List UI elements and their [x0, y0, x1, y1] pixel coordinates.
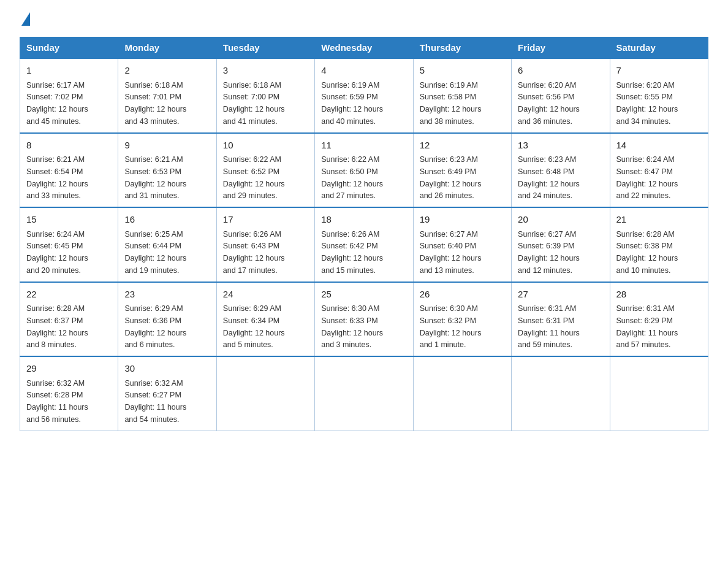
- logo: [20, 15, 30, 26]
- day-number: 16: [124, 213, 210, 227]
- calendar-cell: 19Sunrise: 6:27 AMSunset: 6:40 PMDayligh…: [413, 207, 511, 282]
- calendar-cell: 10Sunrise: 6:22 AMSunset: 6:52 PMDayligh…: [216, 133, 314, 208]
- calendar-cell: 6Sunrise: 6:20 AMSunset: 6:56 PMDaylight…: [512, 58, 610, 133]
- calendar-cell: [315, 356, 413, 431]
- day-number: 4: [321, 64, 406, 78]
- column-header-sunday: Sunday: [20, 37, 118, 59]
- week-row-1: 1Sunrise: 6:17 AMSunset: 7:02 PMDaylight…: [20, 58, 708, 133]
- calendar-cell: 18Sunrise: 6:26 AMSunset: 6:42 PMDayligh…: [315, 207, 413, 282]
- day-info: Sunrise: 6:28 AMSunset: 6:38 PMDaylight:…: [616, 230, 678, 275]
- calendar-cell: 23Sunrise: 6:29 AMSunset: 6:36 PMDayligh…: [118, 282, 216, 357]
- day-info: Sunrise: 6:20 AMSunset: 6:56 PMDaylight:…: [518, 81, 580, 126]
- day-number: 25: [321, 288, 406, 302]
- calendar-cell: [512, 356, 610, 431]
- day-number: 23: [124, 288, 210, 302]
- day-info: Sunrise: 6:18 AMSunset: 7:01 PMDaylight:…: [124, 81, 186, 126]
- day-info: Sunrise: 6:20 AMSunset: 6:55 PMDaylight:…: [616, 81, 678, 126]
- day-info: Sunrise: 6:32 AMSunset: 6:27 PMDaylight:…: [124, 379, 186, 424]
- header-row: SundayMondayTuesdayWednesdayThursdayFrid…: [20, 37, 708, 59]
- day-info: Sunrise: 6:27 AMSunset: 6:40 PMDaylight:…: [420, 230, 482, 275]
- day-number: 18: [321, 213, 406, 227]
- day-info: Sunrise: 6:29 AMSunset: 6:34 PMDaylight:…: [223, 304, 285, 349]
- calendar-cell: 1Sunrise: 6:17 AMSunset: 7:02 PMDaylight…: [20, 58, 118, 133]
- day-number: 12: [420, 139, 505, 153]
- calendar-cell: 15Sunrise: 6:24 AMSunset: 6:45 PMDayligh…: [20, 207, 118, 282]
- day-number: 24: [223, 288, 308, 302]
- column-header-saturday: Saturday: [610, 37, 708, 59]
- day-info: Sunrise: 6:23 AMSunset: 6:49 PMDaylight:…: [420, 155, 482, 200]
- day-info: Sunrise: 6:23 AMSunset: 6:48 PMDaylight:…: [518, 155, 580, 200]
- day-number: 14: [616, 139, 702, 153]
- day-number: 13: [518, 139, 603, 153]
- calendar-cell: 4Sunrise: 6:19 AMSunset: 6:59 PMDaylight…: [315, 58, 413, 133]
- day-info: Sunrise: 6:24 AMSunset: 6:47 PMDaylight:…: [616, 155, 678, 200]
- calendar-cell: 7Sunrise: 6:20 AMSunset: 6:55 PMDaylight…: [610, 58, 708, 133]
- column-header-thursday: Thursday: [413, 37, 511, 59]
- calendar-cell: 14Sunrise: 6:24 AMSunset: 6:47 PMDayligh…: [610, 133, 708, 208]
- day-info: Sunrise: 6:29 AMSunset: 6:36 PMDaylight:…: [124, 304, 186, 349]
- calendar-cell: 25Sunrise: 6:30 AMSunset: 6:33 PMDayligh…: [315, 282, 413, 357]
- day-number: 9: [124, 139, 210, 153]
- day-info: Sunrise: 6:24 AMSunset: 6:45 PMDaylight:…: [26, 230, 88, 275]
- day-info: Sunrise: 6:19 AMSunset: 6:58 PMDaylight:…: [420, 81, 482, 126]
- day-info: Sunrise: 6:21 AMSunset: 6:54 PMDaylight:…: [26, 155, 88, 200]
- day-info: Sunrise: 6:17 AMSunset: 7:02 PMDaylight:…: [26, 81, 88, 126]
- day-info: Sunrise: 6:19 AMSunset: 6:59 PMDaylight:…: [321, 81, 383, 126]
- calendar-cell: 11Sunrise: 6:22 AMSunset: 6:50 PMDayligh…: [315, 133, 413, 208]
- day-number: 27: [518, 288, 603, 302]
- day-number: 2: [124, 64, 210, 78]
- day-number: 8: [26, 139, 112, 153]
- column-header-monday: Monday: [118, 37, 216, 59]
- day-info: Sunrise: 6:31 AMSunset: 6:29 PMDaylight:…: [616, 304, 678, 349]
- calendar-cell: 21Sunrise: 6:28 AMSunset: 6:38 PMDayligh…: [610, 207, 708, 282]
- day-number: 11: [321, 139, 406, 153]
- logo-triangle-icon: [21, 12, 30, 26]
- day-info: Sunrise: 6:28 AMSunset: 6:37 PMDaylight:…: [26, 304, 88, 349]
- day-info: Sunrise: 6:25 AMSunset: 6:44 PMDaylight:…: [124, 230, 186, 275]
- week-row-2: 8Sunrise: 6:21 AMSunset: 6:54 PMDaylight…: [20, 133, 708, 208]
- day-info: Sunrise: 6:32 AMSunset: 6:28 PMDaylight:…: [26, 379, 88, 424]
- calendar-cell: 9Sunrise: 6:21 AMSunset: 6:53 PMDaylight…: [118, 133, 216, 208]
- calendar-cell: 16Sunrise: 6:25 AMSunset: 6:44 PMDayligh…: [118, 207, 216, 282]
- calendar-cell: 28Sunrise: 6:31 AMSunset: 6:29 PMDayligh…: [610, 282, 708, 357]
- calendar-cell: [216, 356, 314, 431]
- calendar-cell: 22Sunrise: 6:28 AMSunset: 6:37 PMDayligh…: [20, 282, 118, 357]
- day-info: Sunrise: 6:31 AMSunset: 6:31 PMDaylight:…: [518, 304, 580, 349]
- day-number: 3: [223, 64, 308, 78]
- day-info: Sunrise: 6:22 AMSunset: 6:52 PMDaylight:…: [223, 155, 285, 200]
- day-number: 28: [616, 288, 702, 302]
- day-number: 7: [616, 64, 702, 78]
- calendar-cell: 13Sunrise: 6:23 AMSunset: 6:48 PMDayligh…: [512, 133, 610, 208]
- calendar-table: SundayMondayTuesdayWednesdayThursdayFrid…: [20, 37, 708, 431]
- calendar-cell: 30Sunrise: 6:32 AMSunset: 6:27 PMDayligh…: [118, 356, 216, 431]
- calendar-cell: 5Sunrise: 6:19 AMSunset: 6:58 PMDaylight…: [413, 58, 511, 133]
- calendar-cell: 29Sunrise: 6:32 AMSunset: 6:28 PMDayligh…: [20, 356, 118, 431]
- day-number: 5: [420, 64, 505, 78]
- calendar-cell: [413, 356, 511, 431]
- calendar-cell: 20Sunrise: 6:27 AMSunset: 6:39 PMDayligh…: [512, 207, 610, 282]
- day-number: 22: [26, 288, 112, 302]
- day-number: 1: [26, 64, 112, 78]
- column-header-wednesday: Wednesday: [315, 37, 413, 59]
- calendar-cell: 8Sunrise: 6:21 AMSunset: 6:54 PMDaylight…: [20, 133, 118, 208]
- calendar-cell: 26Sunrise: 6:30 AMSunset: 6:32 PMDayligh…: [413, 282, 511, 357]
- column-header-tuesday: Tuesday: [216, 37, 314, 59]
- day-number: 17: [223, 213, 308, 227]
- calendar-cell: [610, 356, 708, 431]
- week-row-3: 15Sunrise: 6:24 AMSunset: 6:45 PMDayligh…: [20, 207, 708, 282]
- day-info: Sunrise: 6:22 AMSunset: 6:50 PMDaylight:…: [321, 155, 383, 200]
- day-number: 15: [26, 213, 112, 227]
- week-row-5: 29Sunrise: 6:32 AMSunset: 6:28 PMDayligh…: [20, 356, 708, 431]
- calendar-cell: 2Sunrise: 6:18 AMSunset: 7:01 PMDaylight…: [118, 58, 216, 133]
- week-row-4: 22Sunrise: 6:28 AMSunset: 6:37 PMDayligh…: [20, 282, 708, 357]
- day-info: Sunrise: 6:27 AMSunset: 6:39 PMDaylight:…: [518, 230, 580, 275]
- calendar-cell: 12Sunrise: 6:23 AMSunset: 6:49 PMDayligh…: [413, 133, 511, 208]
- day-number: 10: [223, 139, 308, 153]
- day-number: 26: [420, 288, 505, 302]
- day-info: Sunrise: 6:30 AMSunset: 6:32 PMDaylight:…: [420, 304, 482, 349]
- day-number: 21: [616, 213, 702, 227]
- day-info: Sunrise: 6:26 AMSunset: 6:43 PMDaylight:…: [223, 230, 285, 275]
- calendar-cell: 27Sunrise: 6:31 AMSunset: 6:31 PMDayligh…: [512, 282, 610, 357]
- day-info: Sunrise: 6:26 AMSunset: 6:42 PMDaylight:…: [321, 230, 383, 275]
- day-number: 29: [26, 362, 112, 376]
